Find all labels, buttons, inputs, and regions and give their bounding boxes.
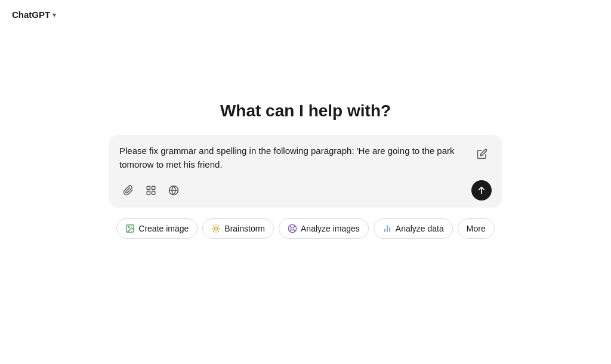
svg-rect-3 [152,192,155,195]
svg-point-7 [128,227,129,228]
brainstorm-chip[interactable]: Brainstorm [202,218,274,239]
attach-button[interactable] [119,181,137,199]
input-box: Please fix grammar and spelling in the f… [109,135,502,208]
analyze-data-icon [382,224,392,233]
edit-icon [477,149,487,159]
svg-point-8 [215,227,218,230]
svg-rect-0 [147,186,150,189]
send-button[interactable] [471,180,492,200]
main-heading: What can I help with? [220,101,391,121]
input-left-actions [119,181,183,199]
main-content: What can I help with? Please fix grammar… [0,0,611,364]
analyze-images-label: Analyze images [301,224,360,233]
more-chip[interactable]: More [458,218,495,239]
more-label: More [467,224,486,233]
message-input[interactable]: Please fix grammar and spelling in the f… [119,144,468,175]
tools-button[interactable] [142,181,160,199]
analyze-data-label: Analyze data [396,224,444,233]
globe-icon [168,185,179,196]
input-top-row: Please fix grammar and spelling in the f… [119,144,492,175]
analyze-images-icon [288,224,297,233]
edit-button[interactable] [473,144,492,164]
svg-line-14 [289,230,291,231]
analyze-images-chip[interactable]: Analyze images [279,218,369,239]
svg-rect-1 [152,186,155,189]
create-image-chip[interactable]: Create image [116,218,198,239]
header-logo[interactable]: ChatGPT ▾ [12,10,56,20]
search-web-button[interactable] [165,181,183,199]
paperclip-icon [123,185,134,196]
input-bottom-row [119,180,492,200]
brainstorm-label: Brainstorm [224,224,265,233]
suggestions-row: Create image Brainstorm [116,218,494,239]
svg-point-10 [291,227,294,230]
chevron-down-icon: ▾ [53,11,56,19]
create-image-label: Create image [138,224,189,233]
app-title: ChatGPT [12,10,50,20]
svg-line-12 [294,230,295,231]
svg-rect-2 [147,192,150,195]
tools-icon [146,185,156,196]
svg-line-13 [294,226,295,227]
svg-line-11 [289,226,291,227]
send-icon [477,186,486,195]
brainstorm-icon [211,224,221,233]
create-image-icon [125,224,135,233]
analyze-data-chip[interactable]: Analyze data [374,218,453,239]
